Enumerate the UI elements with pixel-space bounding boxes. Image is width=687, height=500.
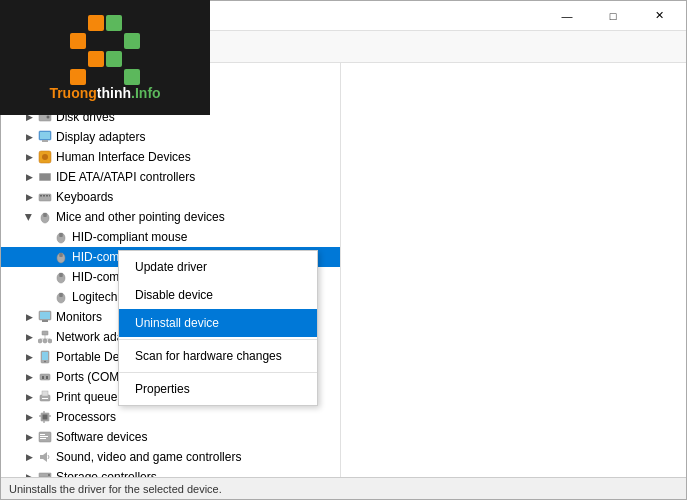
status-bar: Uninstalls the driver for the selected d… xyxy=(1,477,686,499)
expand-arrow-software[interactable]: ▶ xyxy=(21,429,37,445)
watermark-overlay: Truongthinh.Info xyxy=(0,0,210,115)
watermark-brand-info: .Info xyxy=(131,85,161,101)
expand-arrow-display[interactable]: ▶ xyxy=(21,129,37,145)
svg-point-37 xyxy=(38,339,42,343)
svg-point-44 xyxy=(44,361,46,363)
ports-icon xyxy=(37,369,53,385)
svg-rect-35 xyxy=(42,320,48,322)
tree-item-processors[interactable]: ▶ Processors xyxy=(1,407,340,427)
status-text: Uninstalls the driver for the selected d… xyxy=(9,483,222,495)
tree-item-display[interactable]: ▶ Display adapters xyxy=(1,127,340,147)
svg-rect-34 xyxy=(40,312,50,319)
expand-arrow-ide[interactable]: ▶ xyxy=(21,169,37,185)
svg-rect-14 xyxy=(40,195,42,197)
watermark-brand-white: thinh xyxy=(97,85,131,101)
svg-rect-55 xyxy=(44,411,45,413)
ctx-disable-device[interactable]: Disable device xyxy=(119,281,317,309)
hid-com1-icon xyxy=(53,249,69,265)
ctx-separator-1 xyxy=(119,339,317,340)
svg-rect-49 xyxy=(42,391,48,396)
svg-rect-7 xyxy=(42,140,48,142)
software-label: Software devices xyxy=(56,430,147,444)
svg-rect-52 xyxy=(43,415,48,420)
mice-label: Mice and other pointing devices xyxy=(56,210,225,224)
maximize-button[interactable]: □ xyxy=(590,1,636,31)
expand-arrow-processors[interactable]: ▶ xyxy=(21,409,37,425)
tree-item-storage[interactable]: ▶ Storage controllers xyxy=(1,467,340,477)
svg-rect-58 xyxy=(40,434,45,435)
monitors-label: Monitors xyxy=(56,310,102,324)
display-label: Display adapters xyxy=(56,130,145,144)
processors-label: Processors xyxy=(56,410,116,424)
tree-item-ide[interactable]: ▶ IDE ATA/ATAPI controllers xyxy=(1,167,340,187)
minimize-button[interactable]: — xyxy=(544,1,590,31)
display-icon xyxy=(37,129,53,145)
hid-icon xyxy=(37,149,53,165)
svg-point-10 xyxy=(42,154,48,160)
svg-rect-54 xyxy=(49,416,51,417)
svg-rect-53 xyxy=(39,416,41,417)
tree-item-keyboards[interactable]: ▶ Keyboards xyxy=(1,187,340,207)
mice-icon xyxy=(37,209,53,225)
svg-rect-45 xyxy=(40,374,50,380)
ide-label: IDE ATA/ATAPI controllers xyxy=(56,170,195,184)
tree-item-mice[interactable]: ▶ Mice and other pointing devices xyxy=(1,207,340,227)
sound-icon xyxy=(37,449,53,465)
close-button[interactable]: ✕ xyxy=(636,1,682,31)
svg-point-39 xyxy=(43,339,47,343)
tree-item-software[interactable]: ▶ Software devices xyxy=(1,427,340,447)
svg-rect-50 xyxy=(42,398,48,399)
expand-arrow-portable[interactable]: ▶ xyxy=(21,349,37,365)
tree-item-hid-compliant[interactable]: ▶ HID-compliant mouse xyxy=(1,227,340,247)
svg-rect-56 xyxy=(44,421,45,423)
print-icon xyxy=(37,389,53,405)
svg-rect-16 xyxy=(46,195,48,197)
svg-rect-46 xyxy=(42,376,44,379)
expand-arrow-sound[interactable]: ▶ xyxy=(21,449,37,465)
processors-icon xyxy=(37,409,53,425)
expand-arrow-hid[interactable]: ▶ xyxy=(21,149,37,165)
ctx-properties[interactable]: Properties xyxy=(119,375,317,403)
title-bar-buttons: — □ ✕ xyxy=(544,1,682,31)
sound-label: Sound, video and game controllers xyxy=(56,450,241,464)
logitech-icon xyxy=(53,289,69,305)
main-area: ▶ BT Bluetooth ▶ Computer ▶ Di xyxy=(1,63,686,477)
tree-item-sound[interactable]: ▶ Sound, video and game controllers xyxy=(1,447,340,467)
storage-icon xyxy=(37,469,53,477)
svg-point-65 xyxy=(48,474,50,476)
hid-com2-icon xyxy=(53,269,69,285)
svg-rect-8 xyxy=(40,132,50,139)
svg-rect-60 xyxy=(40,438,46,439)
hid-label: Human Interface Devices xyxy=(56,150,191,164)
svg-rect-43 xyxy=(42,352,48,360)
context-menu: Update driver Disable device Uninstall d… xyxy=(118,250,318,406)
svg-rect-36 xyxy=(42,331,48,335)
ctx-uninstall-device[interactable]: Uninstall device xyxy=(119,309,317,337)
right-panel xyxy=(341,63,686,477)
svg-rect-59 xyxy=(40,436,48,437)
expand-arrow-monitors[interactable]: ▶ xyxy=(21,309,37,325)
storage-label: Storage controllers xyxy=(56,470,157,477)
expand-arrow-network[interactable]: ▶ xyxy=(21,329,37,345)
svg-point-38 xyxy=(48,339,52,343)
svg-rect-17 xyxy=(49,195,50,197)
expand-arrow-ports[interactable]: ▶ xyxy=(21,369,37,385)
network-icon xyxy=(37,329,53,345)
watermark-text: Truongthinh.Info xyxy=(49,85,160,101)
keyboard-icon xyxy=(37,189,53,205)
expand-arrow-print[interactable]: ▶ xyxy=(21,389,37,405)
svg-point-5 xyxy=(47,116,50,119)
expand-arrow-mice[interactable]: ▶ xyxy=(21,209,37,225)
hid-compliant-label: HID-compliant mouse xyxy=(72,230,187,244)
ide-icon xyxy=(37,169,53,185)
keyboards-label: Keyboards xyxy=(56,190,113,204)
svg-marker-62 xyxy=(43,452,47,462)
hid-compliant-icon xyxy=(53,229,69,245)
ctx-scan-changes[interactable]: Scan for hardware changes xyxy=(119,342,317,370)
svg-rect-47 xyxy=(46,376,48,379)
expand-arrow-keyboards[interactable]: ▶ xyxy=(21,189,37,205)
expand-arrow-storage[interactable]: ▶ xyxy=(21,469,37,477)
ctx-update-driver[interactable]: Update driver xyxy=(119,253,317,281)
tree-item-hid[interactable]: ▶ Human Interface Devices xyxy=(1,147,340,167)
ctx-separator-2 xyxy=(119,372,317,373)
